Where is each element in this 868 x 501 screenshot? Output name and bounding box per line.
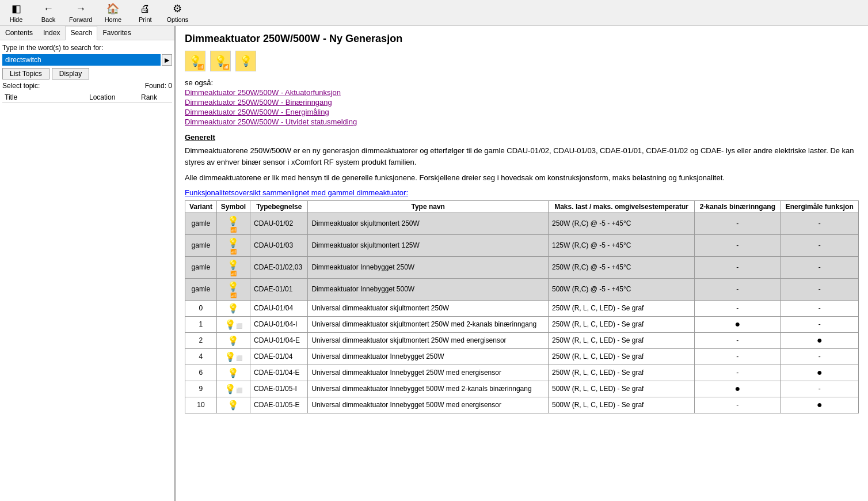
tab-index[interactable]: Index — [38, 26, 65, 40]
table-title: Funksjonalitetsoversikt sammenlignet med… — [185, 188, 859, 197]
cell-variant: 0 — [185, 300, 217, 316]
tab-search[interactable]: Search — [65, 26, 97, 40]
cell-energi: - — [781, 234, 859, 256]
link-energimaling[interactable]: Dimmeaktuator 250W/500W - Energimåling — [185, 108, 329, 116]
cell-maks: 250W (R,C) @ -5 - +45°C — [549, 256, 695, 278]
options-label: Options — [166, 16, 188, 23]
cell-variant: gamle — [185, 234, 217, 256]
col-location: Location — [89, 93, 141, 101]
table-row: 2💡CDAU-01/04-EUniversal dimmeaktuator sk… — [185, 332, 859, 348]
cell-typnavn: Universal dimmeaktuator skjultmontert 25… — [308, 316, 549, 332]
cell-energi: - — [781, 316, 859, 332]
cell-tokanals: - — [695, 332, 781, 348]
cell-tokanals: - — [695, 278, 781, 300]
display-button[interactable]: Display — [52, 68, 89, 79]
cell-typnavn: Dimmeaktuator skjultmontert 250W — [308, 212, 549, 234]
cell-maks: 250W (R, L, C, LED) - Se graf — [549, 332, 695, 348]
icons-row: 💡 📶 💡 📶 💡 — [185, 51, 859, 71]
options-icon: ⚙ — [173, 2, 182, 15]
cell-maks: 250W (R, L, C, LED) - Se graf — [549, 365, 695, 381]
cell-tokanals: - — [695, 365, 781, 381]
print-icon: 🖨 — [140, 3, 150, 15]
tabs-bar: Contents Index Search Favorites — [0, 26, 174, 40]
cell-symbol: 💡 — [216, 397, 250, 413]
col-rank: Rank — [141, 93, 170, 101]
forward-icon: → — [75, 3, 86, 15]
table-row: 0💡CDAU-01/04Universal dimmeaktuator skju… — [185, 300, 859, 316]
signal-bars-2: 📶 — [223, 64, 229, 70]
cell-variant: gamle — [185, 278, 217, 300]
cell-maks: 250W (R, L, C, LED) - Se graf — [549, 316, 695, 332]
print-label: Print — [139, 16, 152, 23]
cell-symbol: 💡📶 — [216, 212, 250, 234]
icon-lightbulb-3[interactable]: 💡 — [235, 51, 256, 71]
col-tokanals: 2-kanals binærinngang — [695, 200, 781, 212]
icon-lightbulb-2[interactable]: 💡 📶 — [210, 51, 231, 71]
cell-typnavn: Universal dimmeaktuator Innebygget 500W … — [308, 397, 549, 413]
col-typebeg: Typebegnelse — [250, 200, 308, 212]
table-row: gamle💡📶CDAE-01/02,03Dimmeaktuator Inneby… — [185, 256, 859, 278]
cell-symbol: 💡📶 — [216, 256, 250, 278]
search-dropdown-button[interactable]: ▶ — [162, 54, 172, 66]
cell-typnavn: Universal dimmeaktuator Innebygget 250W — [308, 348, 549, 365]
forward-button[interactable]: → Forward — [69, 3, 92, 23]
tab-favorites[interactable]: Favorites — [97, 26, 136, 40]
cell-tokanals: - — [695, 256, 781, 278]
cell-energi: - — [781, 381, 859, 397]
topics-header: Title Location Rank — [2, 92, 172, 103]
col-maks: Maks. last / maks. omgivelsestemperatur — [549, 200, 695, 212]
cell-typebeg: CDAE-01/04-E — [250, 365, 308, 381]
options-button[interactable]: ⚙ Options — [166, 2, 189, 23]
cell-typebeg: CDAU-01/02 — [250, 212, 308, 234]
col-typnavn: Type navn — [308, 200, 549, 212]
table-row: gamle💡📶CDAE-01/01Dimmeaktuator Innebygge… — [185, 278, 859, 300]
table-title-link[interactable]: Funksjonalitetsoversikt sammenlignet med… — [185, 188, 408, 197]
col-variant: Variant — [185, 200, 217, 212]
page-title: Dimmeaktuator 250W/500W - Ny Generasjon — [185, 33, 859, 45]
cell-energi: - — [781, 300, 859, 316]
link-utvidet[interactable]: Dimmeaktuator 250W/500W - Utvidet status… — [185, 117, 357, 126]
link-binaerinngang[interactable]: Dimmeaktuator 250W/500W - Binærinngang — [185, 98, 332, 107]
cell-energi: ● — [781, 332, 859, 348]
link-aktuatorfunksjon[interactable]: Dimmeaktuator 250W/500W - Aktuatorfunksj… — [185, 88, 341, 97]
search-input[interactable] — [2, 54, 161, 66]
cell-maks: 500W (R, L, C, LED) - Se graf — [549, 381, 695, 397]
home-button[interactable]: 🏠 Home — [101, 2, 124, 23]
cell-symbol: 💡 — [216, 332, 250, 348]
tab-contents[interactable]: Contents — [0, 26, 38, 40]
cell-tokanals: ● — [695, 316, 781, 332]
cell-tokanals: - — [695, 212, 781, 234]
hide-label: Hide — [10, 16, 23, 23]
table-row: 1💡⬜CDAU-01/04-IUniversal dimmeaktuator s… — [185, 316, 859, 332]
desc1: Dimmeaktuatorene 250W/500W er en ny gene… — [185, 145, 859, 168]
cell-energi: ● — [781, 397, 859, 413]
cell-maks: 250W (R, L, C, LED) - Se graf — [549, 300, 695, 316]
cell-maks: 250W (R, L, C, LED) - Se graf — [549, 348, 695, 365]
cell-symbol: 💡⬜ — [216, 316, 250, 332]
cell-variant: gamle — [185, 256, 217, 278]
table-row: 9💡⬜CDAE-01/05-IUniversal dimmeaktuator I… — [185, 381, 859, 397]
cell-typebeg: CDAE-01/04 — [250, 348, 308, 365]
cell-variant: gamle — [185, 212, 217, 234]
cell-energi: - — [781, 212, 859, 234]
search-buttons: List Topics Display — [2, 68, 172, 79]
hide-icon: ◧ — [12, 2, 21, 15]
section-title: Generelt — [185, 133, 859, 142]
product-table: Variant Symbol Typebegnelse Type navn Ma… — [185, 200, 859, 413]
cell-typnavn: Dimmeaktuator Innebygget 500W — [308, 278, 549, 300]
list-topics-button[interactable]: List Topics — [2, 68, 50, 79]
icon-lightbulb-1[interactable]: 💡 📶 — [185, 51, 205, 71]
cell-variant: 1 — [185, 316, 217, 332]
right-panel: Dimmeaktuator 250W/500W - Ny Generasjon … — [176, 26, 868, 501]
see-also-label: se også: — [185, 78, 859, 87]
table-row: 10💡CDAE-01/05-EUniversal dimmeaktuator I… — [185, 397, 859, 413]
hide-button[interactable]: ◧ Hide — [5, 2, 28, 23]
back-button[interactable]: ← Back — [37, 3, 60, 23]
print-button[interactable]: 🖨 Print — [134, 3, 157, 23]
select-topic-label: Select topic: — [2, 82, 40, 90]
col-symbol: Symbol — [216, 200, 250, 212]
toolbar: ◧ Hide ← Back → Forward 🏠 Home 🖨 Print ⚙… — [0, 0, 868, 26]
cell-energi: - — [781, 348, 859, 365]
see-also-section: se også: Dimmeaktuator 250W/500W - Aktua… — [185, 78, 859, 126]
cell-typebeg: CDAE-01/05-I — [250, 381, 308, 397]
